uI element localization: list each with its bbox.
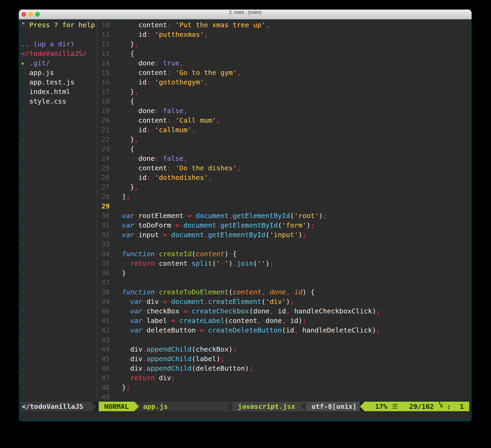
code-line-37[interactable]: 37 (97, 278, 469, 287)
line-number: 31 (97, 220, 110, 230)
command-line[interactable] (21, 411, 469, 419)
code-line-33[interactable]: 33 (97, 240, 469, 249)
code-line-15[interactable]: 15······content:·'Go·to·the·gym', (97, 68, 469, 77)
line-number: 28 (97, 192, 110, 201)
code-line-14[interactable]: 14······done:·true, (97, 58, 469, 68)
line-number: 27 (97, 182, 110, 192)
empty-line-tilde: ~ (21, 240, 97, 249)
line-number: 17 (97, 87, 110, 96)
tree-item-style-css[interactable]: style.css (21, 96, 97, 106)
empty-line-tilde: ~ (21, 364, 97, 373)
line-number: 29 (97, 201, 110, 211)
code-line-39[interactable]: 39····var·div·=·document.createElement('… (97, 297, 469, 306)
line-number: 32 (97, 230, 110, 240)
tree-item-index-html[interactable]: index.html (21, 87, 97, 96)
line-number: 41 (97, 316, 110, 325)
line-number: 14 (97, 58, 110, 68)
code-line-17[interactable]: 17····}, (97, 87, 469, 96)
line-number: 35 (97, 259, 110, 268)
empty-line-tilde: ~ (21, 192, 97, 201)
code-line-40[interactable]: 40····var·checkBox·=·createCheckbox(done… (97, 306, 469, 316)
empty-line-tilde: ~ (21, 383, 97, 392)
empty-line-tilde: ~ (21, 115, 97, 125)
code-line-20[interactable]: 20······content:·'Call·mum', (97, 115, 469, 125)
code-line-24[interactable]: 24······done:·false, (97, 154, 469, 163)
code-line-27[interactable]: 27····}, (97, 182, 469, 192)
code-line-29[interactable]: 29 (97, 201, 469, 211)
tree-root[interactable]: </todoVanillaJS/ (21, 49, 97, 58)
statusline: </todoVanillaJS NORMAL app.js javascript… (21, 402, 469, 411)
code-line-23[interactable]: 23····{ (97, 144, 469, 154)
code-line-44[interactable]: 44····div.appendChild(checkBox); (97, 344, 469, 354)
code-line-13[interactable]: 13····{ (97, 49, 469, 58)
line-number: 40 (97, 306, 110, 316)
empty-line-tilde: ~ (21, 163, 97, 173)
tree-item-git-dir[interactable]: ▸ .git/ (21, 58, 97, 68)
code-line-49[interactable]: 49 (97, 392, 469, 402)
tree-item-app-test-js[interactable]: app.test.js (21, 77, 97, 87)
tree-item-up-dir[interactable]: .. (up a dir) (21, 39, 97, 49)
line-number: 33 (97, 240, 110, 249)
empty-line-tilde: ~ (21, 125, 97, 135)
empty-line-tilde: ~ (21, 268, 97, 278)
line-number: 45 (97, 354, 110, 364)
code-line-26[interactable]: 26······id:·'dothedishes', (97, 173, 469, 182)
colon-separator: : (447, 402, 451, 411)
code-line-35[interactable]: 35····return·content.split('·').join('')… (97, 259, 469, 268)
code-line-36[interactable]: 36··} (97, 268, 469, 278)
line-number: 46 (97, 364, 110, 373)
code-line-11[interactable]: 11······id:·'putthexmas', (97, 30, 469, 39)
line-number: 38 (97, 287, 110, 297)
titlebar[interactable]: 2. nvim . (nvim) (19, 10, 472, 19)
code-line-46[interactable]: 46····div.appendChild(deleteButton); (97, 364, 469, 373)
empty-line-tilde: ~ (21, 173, 97, 182)
code-line-19[interactable]: 19······done:·false, (97, 106, 469, 115)
code-line-30[interactable]: 30··var·rootElement·=·document.getElemen… (97, 211, 469, 220)
lines-icon: ☰ (392, 402, 398, 411)
line-number: 30 (97, 211, 110, 220)
empty-line-tilde: ~ (21, 211, 97, 220)
code-line-42[interactable]: 42····var·deleteButton·=·createDeleteBut… (97, 325, 469, 335)
desktop: { "window": { "title": "2. nvim . (nvim)… (0, 0, 491, 448)
cursor-line-total: 29/162 (409, 402, 434, 411)
powerline-arrow-icon (91, 402, 96, 411)
code-line-12[interactable]: 12····}, (97, 39, 469, 49)
code-line-47[interactable]: 47····return·div; (97, 373, 469, 383)
code-line-25[interactable]: 25······content:·'Do·the·dishes', (97, 163, 469, 173)
code-line-45[interactable]: 45····div.appendChild(label); (97, 354, 469, 364)
code-line-48[interactable]: 48··}; (97, 383, 469, 392)
code-line-22[interactable]: 22····}, (97, 135, 469, 144)
code-line-34[interactable]: 34··function·createId(content)·{ (97, 249, 469, 259)
code-line-21[interactable]: 21······id:·'callmum', (97, 125, 469, 135)
code-line-10[interactable]: 10······content:·'Put·the·xmas·tree·up', (97, 20, 469, 30)
statusline-filetype: javascript.jsx (232, 402, 301, 411)
code-line-43[interactable]: 43 (97, 335, 469, 344)
code-line-28[interactable]: 28··]; (97, 192, 469, 201)
editor-buffer[interactable]: 10······content:·'Put·the·xmas·tree·up',… (97, 20, 469, 402)
empty-line-tilde: ~ (21, 144, 97, 154)
tree-help-line[interactable]: " Press ? for help (21, 20, 97, 30)
empty-line-tilde: ~ (21, 106, 97, 115)
line-number: 42 (97, 325, 110, 335)
code-line-41[interactable]: 41····var·label·=·createLabel(content,·d… (97, 316, 469, 325)
line-number: 15 (97, 68, 110, 77)
code-line-38[interactable]: 38··function·createToDoElement(content,·… (97, 287, 469, 297)
mode-indicator: NORMAL (99, 402, 134, 411)
code-line-16[interactable]: 16······id:·'gotothegym', (97, 77, 469, 87)
line-number: 44 (97, 344, 110, 354)
editor-main: " Press ? for help.. (up a dir)</todoVan… (21, 20, 469, 402)
empty-line-tilde: ~ (21, 259, 97, 268)
line-number: 25 (97, 163, 110, 173)
statusline-position: 17% ☰ 29/162 L N : 1 (365, 402, 469, 411)
tree-item-app-js[interactable]: app.js (21, 68, 97, 77)
code-line-32[interactable]: 32··var·input·=·document.getElementById(… (97, 230, 469, 240)
code-line-31[interactable]: 31··var·toDoForm·=·document.getElementBy… (97, 220, 469, 230)
statusline-filename: app.js (134, 402, 227, 411)
line-number: 24 (97, 154, 110, 163)
code-line-18[interactable]: 18····{ (97, 96, 469, 106)
line-number: 34 (97, 249, 110, 259)
line-number: 19 (97, 106, 110, 115)
statusline-nerdtree: </todoVanillaJS (21, 402, 91, 411)
empty-line-tilde: ~ (21, 354, 97, 364)
empty-line-tilde: ~ (21, 287, 97, 297)
